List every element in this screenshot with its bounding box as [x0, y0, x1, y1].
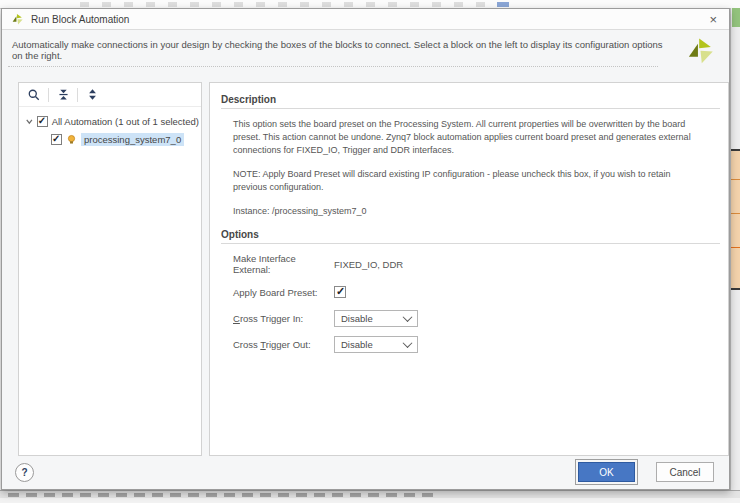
background-console-text: [8, 493, 438, 497]
option-apply-board-preset: Apply Board Preset:: [233, 283, 728, 301]
processing-system-checkbox[interactable]: [51, 134, 62, 145]
collapse-all-icon[interactable]: [55, 87, 71, 103]
configuration-panel: Description This option sets the board p…: [209, 82, 729, 456]
options-rule: [221, 243, 720, 244]
all-automation-checkbox[interactable]: [37, 116, 48, 127]
background-green-block: [732, 8, 740, 27]
all-automation-label: All Automation (1 out of 1 selected): [52, 116, 199, 127]
xilinx-logo-large: [685, 36, 716, 67]
tree-toolbar: [19, 83, 201, 107]
chevron-down-icon[interactable]: [25, 117, 34, 126]
options-body: Make Interface External: FIXED_IO, DDR A…: [233, 253, 728, 353]
background-canvas-strip: [730, 8, 740, 490]
label-pre: Cross: [233, 339, 260, 350]
close-icon[interactable]: ×: [707, 13, 719, 26]
options-heading: Options: [221, 229, 728, 240]
chevron-down-icon: [403, 338, 413, 348]
cross-trigger-in-select[interactable]: Disable: [334, 310, 418, 327]
option-make-interface-external: Make Interface External: FIXED_IO, DDR: [233, 253, 728, 275]
apply-board-preset-checkbox[interactable]: [334, 286, 346, 298]
ip-block-icon: [66, 134, 77, 145]
dialog-titlebar: Run Block Automation ×: [2, 9, 729, 30]
description-paragraph-1: This option sets the board preset on the…: [233, 118, 700, 157]
background-console-lower: [0, 498, 740, 503]
message-separator: [8, 66, 658, 67]
window-title: Run Block Automation: [31, 14, 129, 25]
dialog-footer: ? OK Cancel: [2, 455, 729, 489]
description-body: This option sets the board preset on the…: [233, 118, 700, 218]
background-toolbar-icons: [80, 2, 500, 7]
cross-trigger-in-label: Cross Trigger In:: [233, 313, 334, 324]
help-button[interactable]: ?: [15, 463, 34, 482]
make-interface-external-value: FIXED_IO, DDR: [334, 259, 403, 270]
option-cross-trigger-out: Cross Trigger Out: Disable: [233, 335, 728, 353]
dialog-message-bar: Automatically make connections in your d…: [2, 30, 729, 67]
instruction-text: Automatically make connections in your d…: [12, 39, 667, 61]
processing-system-label: processing_system7_0: [81, 133, 184, 146]
run-block-automation-dialog: Run Block Automation × Automatically mak…: [1, 8, 730, 490]
cross-trigger-out-label: Cross Trigger Out:: [233, 339, 334, 350]
toolbar-divider: [77, 88, 78, 102]
chevron-down-icon: [403, 312, 413, 322]
search-icon[interactable]: [26, 87, 42, 103]
description-rule: [221, 108, 720, 109]
label-rest: rigger Out:: [266, 339, 311, 350]
background-orange-block: [731, 149, 740, 290]
cancel-button[interactable]: Cancel: [656, 462, 714, 482]
xilinx-logo-icon: [11, 13, 24, 26]
background-console-strip: [0, 490, 740, 503]
automation-tree-panel: All Automation (1 out of 1 selected) pro…: [18, 82, 202, 456]
make-interface-external-label: Make Interface External:: [233, 253, 334, 275]
background-toolbar-blue-icon: [497, 2, 509, 7]
option-cross-trigger-in: Cross Trigger In: Disable: [233, 309, 728, 327]
cross-trigger-in-value: Disable: [341, 313, 373, 324]
tree-row-all-automation[interactable]: All Automation (1 out of 1 selected): [23, 113, 199, 129]
instance-line: Instance: /processing_system7_0: [233, 205, 700, 218]
cross-trigger-out-select[interactable]: Disable: [334, 336, 418, 353]
ok-button[interactable]: OK: [578, 462, 635, 482]
cross-trigger-out-value: Disable: [341, 339, 373, 350]
label-rest: ross Trigger In:: [240, 313, 303, 324]
expand-all-icon[interactable]: [84, 87, 100, 103]
description-heading: Description: [221, 94, 728, 105]
label-mnemonic: C: [233, 313, 240, 324]
apply-board-preset-label: Apply Board Preset:: [233, 287, 334, 298]
automation-tree: All Automation (1 out of 1 selected) pro…: [19, 107, 201, 147]
toolbar-divider: [48, 88, 49, 102]
description-paragraph-2: NOTE: Apply Board Preset will discard ex…: [233, 168, 700, 194]
tree-row-processing-system[interactable]: processing_system7_0: [51, 131, 199, 147]
